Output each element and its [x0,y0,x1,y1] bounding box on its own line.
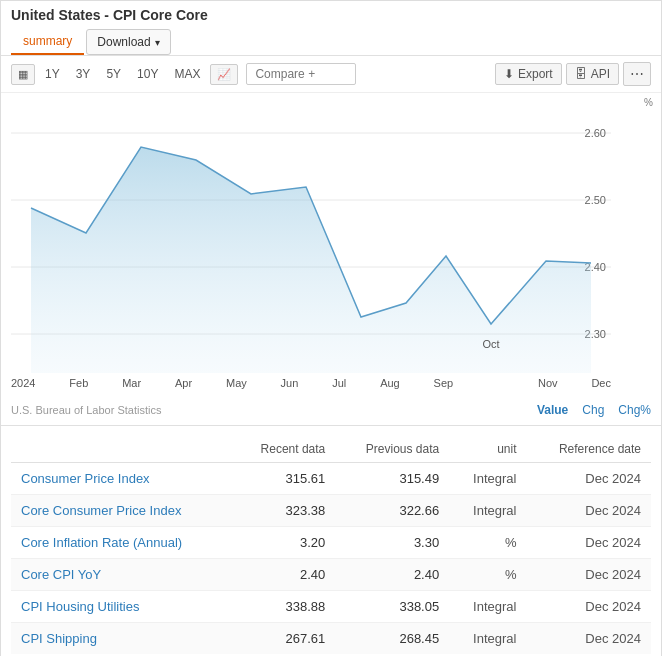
row-unit: Integral [449,463,526,495]
col-header-previous: Previous data [335,436,449,463]
chart-x-labels: 2024 Feb Mar Apr May Jun Jul Aug Sep Oct… [11,373,611,389]
x-label-jun: Jun [281,377,299,389]
download-button[interactable]: Download ▾ [86,29,170,55]
table-row: CPI Housing Utilities338.88338.05Integra… [11,591,651,623]
row-recent: 267.61 [232,623,335,655]
row-unit: % [449,527,526,559]
chgpct-link[interactable]: Chg% [618,403,651,417]
page-wrapper: United States - CPI Core Core summary Do… [0,0,662,656]
x-label-feb: Feb [69,377,88,389]
row-name[interactable]: Consumer Price Index [11,463,232,495]
row-previous: 322.66 [335,495,449,527]
range-1y-button[interactable]: 1Y [39,64,66,84]
row-previous: 3.30 [335,527,449,559]
range-max-button[interactable]: MAX [168,64,206,84]
row-previous: 315.49 [335,463,449,495]
x-label-mar: Mar [122,377,141,389]
x-label-2024: 2024 [11,377,35,389]
x-label-sep: Sep [434,377,454,389]
x-label-dec: Dec [591,377,611,389]
col-header-recent: Recent data [232,436,335,463]
row-name[interactable]: Core CPI YoY [11,559,232,591]
chart-type-icon-button[interactable]: 📈 [210,64,238,85]
row-name[interactable]: Core Inflation Rate (Annual) [11,527,232,559]
chevron-down-icon: ▾ [155,37,160,48]
row-recent: 2.40 [232,559,335,591]
api-button[interactable]: 🗄 API [566,63,619,85]
download-label: Download [97,35,150,49]
tab-summary[interactable]: summary [11,29,84,55]
oct-x-label: Oct [482,338,499,350]
x-label-apr: Apr [175,377,192,389]
api-icon: 🗄 [575,67,587,81]
row-unit: Integral [449,623,526,655]
calendar-icon: ▦ [18,68,28,80]
x-label-jul: Jul [332,377,346,389]
data-table: Recent data Previous data unit Reference… [11,436,651,654]
table-row: CPI Shipping267.61268.45IntegralDec 2024 [11,623,651,655]
row-previous: 338.05 [335,591,449,623]
row-ref-date: Dec 2024 [526,623,651,655]
chart-area: % 2.60 2.50 2.40 2.30 [1,93,661,399]
col-header-refdate: Reference date [526,436,651,463]
svg-text:2.50: 2.50 [585,194,606,206]
row-unit: Integral [449,495,526,527]
export-icon: ⬇ [504,67,514,81]
header-tabs: summary Download ▾ [11,29,651,55]
header: United States - CPI Core Core summary Do… [1,1,661,56]
chart-area-fill [31,147,591,373]
compare-input[interactable] [246,63,356,85]
line-chart: 2.60 2.50 2.40 2.30 Oct [11,103,611,373]
chg-link[interactable]: Chg [582,403,604,417]
value-link[interactable]: Value [537,403,568,417]
col-header-unit: unit [449,436,526,463]
export-button[interactable]: ⬇ Export [495,63,562,85]
table-header-row: Recent data Previous data unit Reference… [11,436,651,463]
row-ref-date: Dec 2024 [526,527,651,559]
calendar-icon-button[interactable]: ▦ [11,64,35,85]
table-row: Core CPI YoY2.402.40%Dec 2024 [11,559,651,591]
chart-footer-links: Value Chg Chg% [537,403,651,417]
page-title: United States - CPI Core Core [11,7,651,23]
percent-label: % [644,97,653,108]
chart-footer: U.S. Bureau of Labor Statistics Value Ch… [1,399,661,425]
row-ref-date: Dec 2024 [526,559,651,591]
row-name[interactable]: CPI Housing Utilities [11,591,232,623]
chart-source: U.S. Bureau of Labor Statistics [11,404,161,416]
more-icon: ⋯ [630,66,644,82]
row-previous: 268.45 [335,623,449,655]
row-recent: 315.61 [232,463,335,495]
table-row: Consumer Price Index315.61315.49Integral… [11,463,651,495]
row-recent: 3.20 [232,527,335,559]
row-name[interactable]: Core Consumer Price Index [11,495,232,527]
row-name[interactable]: CPI Shipping [11,623,232,655]
row-recent: 323.38 [232,495,335,527]
row-recent: 338.88 [232,591,335,623]
range-3y-button[interactable]: 3Y [70,64,97,84]
row-ref-date: Dec 2024 [526,463,651,495]
range-10y-button[interactable]: 10Y [131,64,164,84]
range-5y-button[interactable]: 5Y [100,64,127,84]
row-unit: Integral [449,591,526,623]
row-unit: % [449,559,526,591]
data-table-section: Recent data Previous data unit Reference… [1,425,661,656]
more-options-button[interactable]: ⋯ [623,62,651,86]
svg-text:2.60: 2.60 [585,127,606,139]
row-ref-date: Dec 2024 [526,591,651,623]
x-label-aug: Aug [380,377,400,389]
line-chart-icon: 📈 [217,68,231,80]
row-previous: 2.40 [335,559,449,591]
api-label: API [591,67,610,81]
table-row: Core Inflation Rate (Annual)3.203.30%Dec… [11,527,651,559]
col-header-name [11,436,232,463]
x-label-may: May [226,377,247,389]
x-label-nov: Nov [538,377,558,389]
row-ref-date: Dec 2024 [526,495,651,527]
chart-toolbar: ▦ 1Y 3Y 5Y 10Y MAX 📈 ⬇ Export 🗄 API ⋯ [1,56,661,93]
table-row: Core Consumer Price Index323.38322.66Int… [11,495,651,527]
export-label: Export [518,67,553,81]
